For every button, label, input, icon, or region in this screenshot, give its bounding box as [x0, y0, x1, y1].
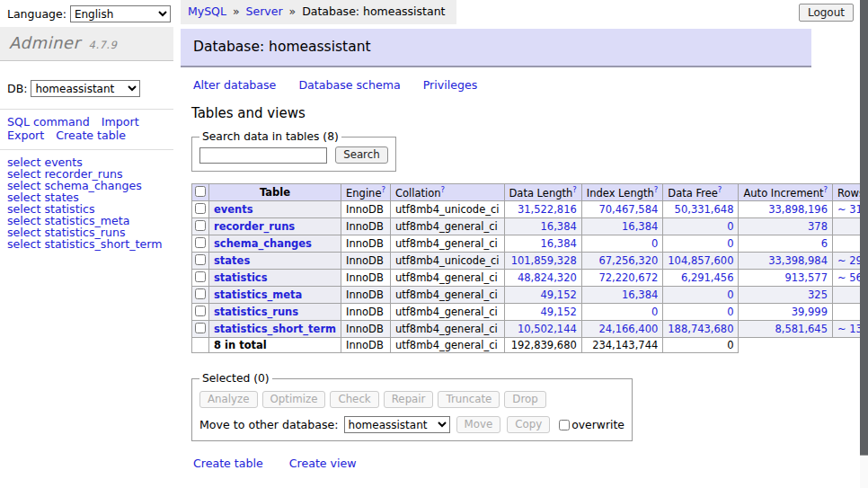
- breadcrumb: MySQL » Server » Database: homeassistant: [181, 0, 456, 24]
- table-name-cell: recorder_runs: [209, 218, 341, 235]
- row-checkbox[interactable]: [195, 288, 206, 299]
- search-fieldset: Search data in tables (8) Search: [191, 130, 396, 172]
- overwrite-checkbox[interactable]: [559, 420, 570, 430]
- analyze-button[interactable]: Analyze: [199, 391, 258, 408]
- table-row: statistics_metaInnoDButf8mb4_general_ci4…: [192, 287, 868, 304]
- row-checkbox-cell: [192, 321, 209, 338]
- data-free-cell: 0: [663, 218, 739, 235]
- data-length-cell: 16,384: [504, 235, 581, 253]
- privileges-link[interactable]: Privileges: [423, 78, 478, 92]
- app-name: Adminer: [9, 33, 80, 52]
- table-name-link[interactable]: states: [214, 254, 250, 267]
- auto-increment-cell: 33,898,196: [739, 201, 833, 218]
- sidebar-link-create-table[interactable]: Create table: [56, 129, 126, 142]
- vertical-scrollbar[interactable]: [860, 0, 868, 488]
- check-button[interactable]: Check: [330, 391, 378, 408]
- row-checkbox[interactable]: [195, 203, 206, 214]
- page-title: Database: homeassistant: [181, 29, 811, 67]
- table-name-link[interactable]: schema_changes: [214, 237, 312, 250]
- data-free-cell: 0: [663, 287, 739, 304]
- total-label-cell: 8 in total: [209, 338, 341, 353]
- engine-cell: InnoDB: [341, 287, 391, 304]
- table-name-link[interactable]: statistics_meta: [214, 288, 302, 301]
- row-checkbox-cell: [192, 287, 209, 304]
- move-button[interactable]: Move: [456, 416, 501, 433]
- data-length-cell: 49,152: [504, 304, 581, 321]
- repair-button[interactable]: Repair: [384, 391, 434, 408]
- column-help-link[interactable]: ?: [572, 185, 577, 194]
- table-name-link[interactable]: statistics: [214, 271, 268, 284]
- total-data-length-cell: 192,839,680: [504, 338, 581, 353]
- table-name-link[interactable]: events: [214, 203, 253, 216]
- selected-fieldset: Selected (0) AnalyzeOptimizeCheckRepairT…: [191, 372, 633, 441]
- data-length-cell: 48,824,320: [504, 270, 581, 287]
- row-checkbox[interactable]: [195, 323, 206, 333]
- move-database-select[interactable]: homeassistant: [344, 416, 450, 433]
- breadcrumb-separator: »: [233, 4, 240, 18]
- row-checkbox[interactable]: [195, 271, 206, 282]
- sidebar-actions: SQL commandImport ExportCreate table: [0, 109, 173, 149]
- table-name-cell: statistics_runs: [209, 304, 341, 321]
- auto-increment-cell: 33,398,984: [739, 253, 833, 270]
- row-checkbox-cell: [192, 235, 209, 253]
- auto-increment-cell: 39,999: [739, 304, 833, 321]
- auto-increment-cell: 6: [739, 235, 833, 253]
- create-links: Create table Create view: [193, 457, 811, 470]
- total-data-free-cell: 0: [663, 338, 739, 353]
- database-schema-link[interactable]: Database schema: [298, 78, 400, 92]
- alter-database-link[interactable]: Alter database: [193, 78, 276, 92]
- auto-increment-cell: 8,581,645: [739, 321, 833, 338]
- table-name-link[interactable]: statistics_short_term: [214, 323, 336, 335]
- sidebar-link-import[interactable]: Import: [102, 115, 139, 129]
- table-name-cell: schema_changes: [209, 235, 341, 253]
- truncate-button[interactable]: Truncate: [438, 391, 500, 408]
- copy-button[interactable]: Copy: [507, 416, 550, 433]
- sidebar-link-sql-command[interactable]: SQL command: [7, 115, 90, 129]
- scrollbar-thumb[interactable]: [860, 0, 868, 456]
- column-help-link[interactable]: ?: [441, 185, 446, 194]
- column-help-link[interactable]: ?: [381, 185, 385, 194]
- table-row: recorder_runsInnoDButf8mb4_general_ci16,…: [192, 218, 868, 235]
- sidebar-link-export[interactable]: Export: [7, 129, 44, 142]
- data-free-cell: 0: [663, 304, 739, 321]
- row-checkbox-cell: [192, 253, 209, 270]
- drop-button[interactable]: Drop: [504, 391, 545, 408]
- column-header: Collation?: [390, 184, 504, 201]
- overwrite-label: overwrite: [558, 418, 624, 431]
- collation-cell: utf8mb4_general_ci: [390, 287, 504, 304]
- breadcrumb-mysql-link[interactable]: MySQL: [188, 4, 226, 18]
- column-help-link[interactable]: ?: [654, 185, 659, 194]
- sidebar-select-link[interactable]: select statistics_short_term: [7, 237, 162, 251]
- index-length-cell: 70,467,584: [581, 201, 663, 218]
- optimize-button[interactable]: Optimize: [262, 391, 326, 408]
- language-select[interactable]: English: [70, 5, 171, 22]
- table-row: statesInnoDButf8mb4_unicode_ci101,859,32…: [192, 253, 868, 270]
- create-table-link[interactable]: Create table: [193, 457, 263, 470]
- index-length-cell: 0: [581, 235, 663, 253]
- sidebar-table-list: select eventsselect recorder_runsselect …: [0, 149, 173, 251]
- app-title: Adminer 4.7.9: [0, 27, 173, 61]
- row-checkbox[interactable]: [195, 254, 206, 265]
- row-checkbox[interactable]: [195, 306, 206, 316]
- row-checkbox[interactable]: [195, 220, 206, 231]
- row-checkbox-cell: [192, 304, 209, 321]
- search-button[interactable]: Search: [335, 146, 388, 164]
- table-row: statistics_short_termInnoDButf8mb4_gener…: [192, 321, 868, 338]
- search-input[interactable]: [199, 147, 327, 164]
- row-checkbox[interactable]: [195, 237, 206, 248]
- table-row: statistics_runsInnoDButf8mb4_general_ci4…: [192, 304, 868, 321]
- create-view-link[interactable]: Create view: [289, 457, 357, 470]
- column-help-link[interactable]: ?: [718, 185, 722, 194]
- data-free-cell: 0: [663, 235, 739, 253]
- table-name-link[interactable]: statistics_runs: [214, 306, 298, 318]
- db-select[interactable]: homeassistant: [31, 80, 140, 97]
- select-all-checkbox[interactable]: [195, 186, 206, 197]
- column-header: Auto Increment?: [739, 184, 833, 201]
- column-header: Engine?: [341, 184, 391, 201]
- breadcrumb-server-link[interactable]: Server: [246, 4, 283, 18]
- collation-cell: utf8mb4_unicode_ci: [390, 253, 504, 270]
- table-header: TableEngine?Collation?Data Length?Index …: [192, 184, 868, 201]
- collation-cell: utf8mb4_general_ci: [390, 270, 504, 287]
- table-name-link[interactable]: recorder_runs: [214, 220, 295, 233]
- column-help-link[interactable]: ?: [823, 185, 828, 194]
